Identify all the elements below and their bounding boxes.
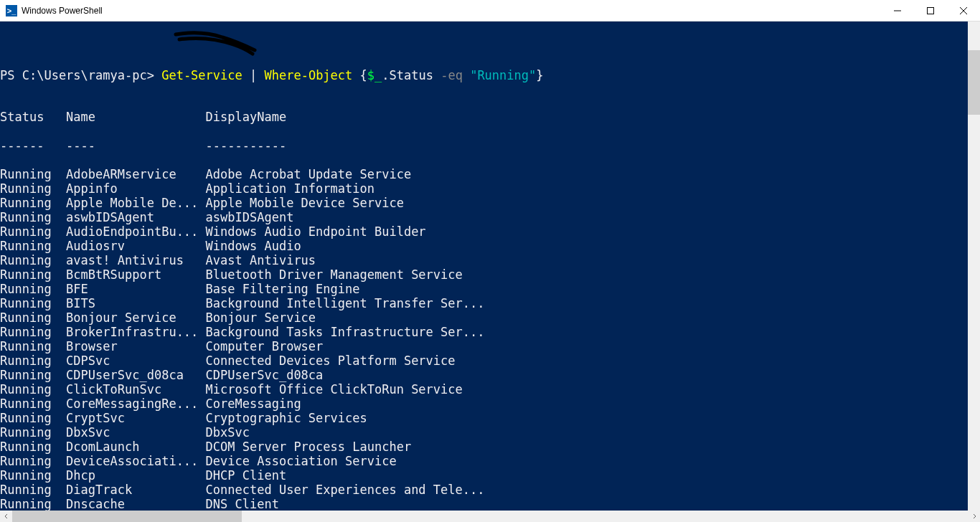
service-display-name: CDPUserSvc_d08ca (206, 368, 324, 382)
hscroll-left-button[interactable] (0, 511, 12, 522)
service-name: Audiosrv (66, 239, 205, 253)
service-display-name: Computer Browser (206, 339, 324, 353)
service-row: Runningavast! AntivirusAvast Antivirus (0, 253, 980, 267)
service-status: Running (0, 497, 66, 511)
service-display-name: CoreMessaging (206, 397, 301, 411)
service-row: RunningDhcpDHCP Client (0, 468, 980, 483)
cmd-space (463, 68, 470, 82)
service-status: Running (0, 253, 66, 267)
service-row: RunningCryptSvcCryptographic Services (0, 411, 980, 425)
window-title: Windows PowerShell (22, 6, 103, 16)
service-display-name: DNS Client (206, 497, 279, 511)
service-name: Apple Mobile De... (66, 196, 205, 210)
hscroll-track[interactable] (12, 511, 968, 522)
service-display-name: Adobe Acrobat Update Service (206, 167, 412, 181)
service-name: DeviceAssociati... (66, 454, 205, 468)
service-display-name: Windows Audio Endpoint Builder (206, 224, 426, 239)
service-display-name: Cryptographic Services (206, 411, 367, 425)
service-name: BFE (66, 282, 205, 296)
service-display-name: Apple Mobile Device Service (206, 196, 404, 210)
service-status: Running (0, 181, 66, 196)
service-row: RunningDnscacheDNS Client (0, 497, 980, 511)
service-status: Running (0, 325, 66, 339)
service-name: AdobeARMservice (66, 167, 205, 181)
service-status: Running (0, 310, 66, 325)
hscroll-thumb[interactable] (12, 511, 242, 522)
service-name: CDPSvc (66, 353, 205, 368)
header-status: Status (0, 110, 66, 124)
header-row: StatusNameDisplayName (0, 110, 980, 124)
service-status: Running (0, 296, 66, 310)
service-status: Running (0, 483, 66, 497)
service-row: RunningCoreMessagingRe...CoreMessaging (0, 397, 980, 411)
service-row: RunningaswbIDSAgentaswbIDSAgent (0, 210, 980, 224)
service-display-name: DCOM Server Process Launcher (206, 440, 412, 454)
service-status: Running (0, 468, 66, 483)
service-display-name: Bluetooth Driver Management Service (206, 267, 463, 282)
powershell-icon: >_ (6, 5, 17, 16)
service-row: RunningDbxSvcDbxSvc (0, 425, 980, 440)
service-row: RunningBonjour ServiceBonjour Service (0, 310, 980, 325)
service-name: avast! Antivirus (66, 253, 205, 267)
prompt-line: PS C:\Users\ramya-pc> Get-Service | Wher… (0, 36, 980, 95)
header-display-ul: ----------- (206, 138, 287, 153)
terminal-content[interactable]: PS C:\Users\ramya-pc> Get-Service | Wher… (0, 22, 980, 511)
service-row: RunningAdobeARMserviceAdobe Acrobat Upda… (0, 167, 980, 181)
header-status-ul: ------ (0, 138, 66, 153)
service-row: RunningBcmBtRSupportBluetooth Driver Man… (0, 267, 980, 282)
cmd-get-service: Get-Service (161, 68, 242, 82)
service-name: Dhcp (66, 468, 205, 483)
hscroll-right-button[interactable] (968, 511, 980, 522)
service-rows-container: RunningAdobeARMserviceAdobe Acrobat Upda… (0, 167, 980, 511)
service-name: DiagTrack (66, 483, 205, 497)
service-row: RunningAudioEndpointBu...Windows Audio E… (0, 224, 980, 239)
service-row: RunningBFEBase Filtering Engine (0, 282, 980, 296)
service-name: CDPUserSvc_d08ca (66, 368, 205, 382)
service-display-name: Base Filtering Engine (206, 282, 360, 296)
cmd-operator-eq: -eq (440, 68, 463, 82)
service-status: Running (0, 224, 66, 239)
service-row: RunningBITSBackground Intelligent Transf… (0, 296, 980, 310)
service-status: Running (0, 196, 66, 210)
service-display-name: aswbIDSAgent (206, 210, 294, 224)
service-row: RunningCDPUserSvc_d08caCDPUserSvc_d08ca (0, 368, 980, 382)
service-row: RunningDeviceAssociati...Device Associat… (0, 454, 980, 468)
service-status: Running (0, 167, 66, 181)
service-name: CoreMessagingRe... (66, 397, 205, 411)
service-row: RunningBrokerInfrastru...Background Task… (0, 325, 980, 339)
service-status: Running (0, 282, 66, 296)
service-display-name: Application Information (206, 181, 374, 196)
service-name: ClickToRunSvc (66, 382, 205, 397)
vertical-scrollbar[interactable] (968, 22, 980, 511)
service-name: Dnscache (66, 497, 205, 511)
cmd-string-running: "Running" (470, 68, 536, 82)
service-display-name: DHCP Client (206, 468, 287, 483)
service-name: BITS (66, 296, 205, 310)
service-row: RunningApple Mobile De...Apple Mobile De… (0, 196, 980, 210)
prompt-path: PS C:\Users\ramya-pc> (0, 68, 161, 82)
header-name-ul: ---- (66, 138, 205, 153)
service-status: Running (0, 411, 66, 425)
service-name: DcomLaunch (66, 440, 205, 454)
service-status: Running (0, 454, 66, 468)
maximize-button[interactable] (914, 0, 947, 21)
vertical-scrollbar-thumb[interactable] (968, 50, 980, 115)
service-status: Running (0, 382, 66, 397)
service-name: aswbIDSAgent (66, 210, 205, 224)
cmd-brace-open: { (352, 68, 367, 82)
cmd-where-object: Where-Object (264, 68, 352, 82)
service-status: Running (0, 353, 66, 368)
service-name: BrokerInfrastru... (66, 325, 205, 339)
close-button[interactable] (947, 0, 980, 21)
window-titlebar: >_ Windows PowerShell (0, 0, 980, 22)
horizontal-scrollbar[interactable] (0, 511, 980, 522)
service-row: RunningCDPSvcConnected Devices Platform … (0, 353, 980, 368)
minimize-button[interactable] (881, 0, 914, 21)
service-row: RunningDiagTrackConnected User Experienc… (0, 483, 980, 497)
service-name: CryptSvc (66, 411, 205, 425)
service-row: RunningAudiosrvWindows Audio (0, 239, 980, 253)
service-display-name: Background Tasks Infrastructure Ser... (206, 325, 485, 339)
terminal-viewport[interactable]: PS C:\Users\ramya-pc> Get-Service | Wher… (0, 22, 980, 511)
service-status: Running (0, 339, 66, 353)
service-display-name: Avast Antivirus (206, 253, 316, 267)
